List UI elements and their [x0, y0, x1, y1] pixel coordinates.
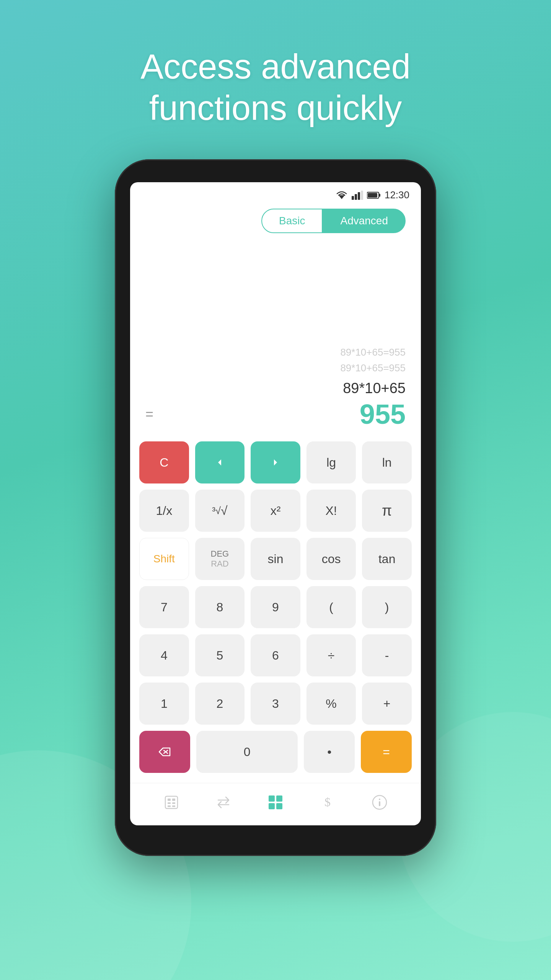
key-4[interactable]: 4	[139, 634, 189, 676]
svg-rect-19	[269, 795, 275, 802]
battery-icon	[367, 191, 381, 199]
svg-rect-12	[165, 796, 178, 808]
svg-rect-7	[368, 193, 377, 198]
svg-rect-1	[352, 196, 354, 200]
key-add[interactable]: +	[362, 683, 412, 725]
phone-device: 12:30 Basic Advanced 89*10+65=955 89*10+…	[115, 159, 436, 856]
expression-line: 89*10+65	[145, 380, 406, 397]
svg-marker-9	[274, 459, 277, 466]
signal-icon	[352, 191, 363, 200]
key-row-4: 7 8 9 ( )	[139, 586, 412, 628]
key-pi[interactable]: π	[362, 490, 412, 532]
key-close-paren[interactable]: )	[362, 586, 412, 628]
mode-tabs: Basic Advanced	[130, 205, 421, 241]
svg-rect-22	[276, 803, 282, 809]
key-clear[interactable]: C	[139, 441, 189, 483]
headline: Access advanced functions quickly	[140, 46, 410, 129]
key-deg-rad[interactable]: DEG RAD	[195, 538, 245, 580]
key-row-6: 1 2 3 % +	[139, 683, 412, 725]
key-2[interactable]: 2	[195, 683, 245, 725]
display-area: 89*10+65=955 89*10+65=955 89*10+65 = 955	[130, 241, 421, 438]
equals-row: = 955	[145, 399, 406, 430]
key-shift[interactable]: Shift	[139, 538, 189, 580]
key-open-paren[interactable]: (	[306, 586, 356, 628]
key-8[interactable]: 8	[195, 586, 245, 628]
key-divide[interactable]: ÷	[306, 634, 356, 676]
nav-currency[interactable]: $	[316, 791, 339, 814]
key-7[interactable]: 7	[139, 586, 189, 628]
key-3[interactable]: 3	[251, 683, 300, 725]
headline-line2: functions quickly	[149, 89, 402, 127]
result-value: 955	[360, 399, 406, 430]
key-lg[interactable]: lg	[306, 441, 356, 483]
svg-rect-16	[172, 802, 175, 804]
key-ln[interactable]: ln	[362, 441, 412, 483]
status-time: 12:30	[385, 189, 409, 201]
key-6[interactable]: 6	[251, 634, 300, 676]
history-line-2: 89*10+65=955	[145, 360, 406, 376]
nav-calc[interactable]	[160, 791, 183, 814]
tab-advanced[interactable]: Advanced	[323, 209, 406, 233]
key-percent[interactable]: %	[306, 683, 356, 725]
svg-rect-20	[276, 795, 282, 802]
key-decimal[interactable]: •	[304, 731, 355, 773]
svg-rect-18	[172, 805, 175, 807]
status-icons: 12:30	[336, 189, 409, 201]
key-subtract[interactable]: -	[362, 634, 412, 676]
key-row-5: 4 5 6 ÷ -	[139, 634, 412, 676]
key-cbrt[interactable]: ³√ √	[195, 490, 245, 532]
key-row-1: C lg ln	[139, 441, 412, 483]
key-right[interactable]	[251, 441, 300, 483]
wifi-icon	[336, 191, 348, 200]
key-left[interactable]	[195, 441, 245, 483]
nav-info[interactable]	[368, 791, 391, 814]
svg-rect-2	[355, 194, 357, 200]
svg-rect-13	[168, 799, 171, 801]
svg-rect-4	[361, 191, 363, 200]
key-row-2: 1/x ³√ √ x² X! π	[139, 490, 412, 532]
svg-rect-21	[269, 803, 275, 809]
keypad: C lg ln 1/x ³√ √ x² X! π	[130, 438, 421, 783]
svg-rect-14	[172, 799, 175, 801]
svg-rect-15	[168, 802, 171, 804]
svg-rect-17	[168, 805, 171, 807]
key-row-3: Shift DEG RAD sin cos tan	[139, 538, 412, 580]
equals-sign: =	[145, 406, 153, 422]
key-factorial[interactable]: X!	[306, 490, 356, 532]
svg-rect-3	[358, 192, 360, 200]
key-9[interactable]: 9	[251, 586, 300, 628]
svg-rect-6	[379, 194, 380, 197]
history-line-1: 89*10+65=955	[145, 345, 406, 361]
nav-advanced[interactable]	[264, 791, 287, 814]
svg-point-25	[379, 799, 380, 800]
key-cos[interactable]: cos	[306, 538, 356, 580]
key-0[interactable]: 0	[196, 731, 298, 773]
bottom-nav: $	[130, 783, 421, 825]
key-square[interactable]: x²	[251, 490, 300, 532]
key-1[interactable]: 1	[139, 683, 189, 725]
key-backspace[interactable]	[139, 731, 190, 773]
svg-marker-8	[218, 459, 221, 466]
key-reciprocal[interactable]: 1/x	[139, 490, 189, 532]
svg-marker-0	[339, 195, 345, 199]
key-sin[interactable]: sin	[251, 538, 300, 580]
key-equals[interactable]: =	[361, 731, 412, 773]
tab-basic[interactable]: Basic	[261, 209, 323, 233]
status-bar: 12:30	[130, 182, 421, 205]
headline-line1: Access advanced	[140, 47, 410, 86]
key-row-7: 0 • =	[139, 731, 412, 773]
svg-text:$: $	[324, 795, 331, 809]
key-tan[interactable]: tan	[362, 538, 412, 580]
key-5[interactable]: 5	[195, 634, 245, 676]
nav-convert[interactable]	[212, 791, 235, 814]
phone-screen: 12:30 Basic Advanced 89*10+65=955 89*10+…	[130, 182, 421, 825]
svg-rect-26	[379, 801, 380, 806]
